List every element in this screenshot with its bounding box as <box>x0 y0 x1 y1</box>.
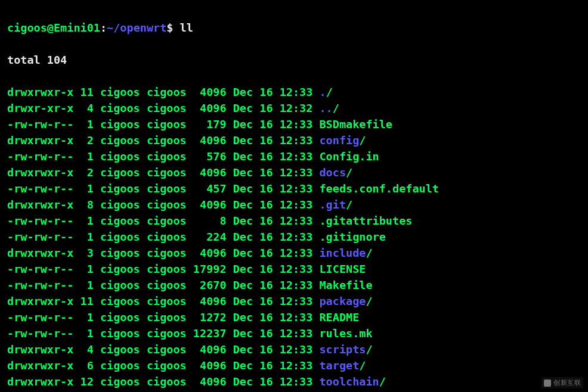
row-filename: Makefile <box>319 279 372 291</box>
row-filename: README <box>319 311 359 323</box>
row-meta: -rw-rw-r-- 1 cigoos cigoos 12237 Dec 16 … <box>7 327 319 340</box>
listing-row: drwxrwxr-x 57 cigoos cigoos 4096 Dec 16 … <box>7 390 582 392</box>
terminal[interactable]: cigoos@Emini01:~/openwrt$ ll total 104 d… <box>0 0 588 392</box>
prompt-line-1: cigoos@Emini01:~/openwrt$ ll <box>7 20 582 36</box>
row-meta: -rw-rw-r-- 1 cigoos cigoos 576 Dec 16 12… <box>7 150 319 163</box>
listing-row: -rw-rw-r-- 1 cigoos cigoos 2670 Dec 16 1… <box>7 277 582 293</box>
typed-command: ll <box>180 21 193 34</box>
listing-row: drwxrwxr-x 2 cigoos cigoos 4096 Dec 16 1… <box>7 132 582 148</box>
row-meta: -rw-rw-r-- 1 cigoos cigoos 179 Dec 16 12… <box>7 118 319 130</box>
row-meta: -rw-rw-r-- 1 cigoos cigoos 17992 Dec 16 … <box>7 263 319 275</box>
row-filename: .gitignore <box>319 231 385 243</box>
listing-row: drwxrwxr-x 2 cigoos cigoos 4096 Dec 16 1… <box>7 164 582 181</box>
row-filename: toolchain <box>319 375 379 388</box>
listing-row: -rw-rw-r-- 1 cigoos cigoos 179 Dec 16 12… <box>7 116 582 132</box>
row-suffix: / <box>366 247 372 259</box>
listing-row: drwxr-xr-x 4 cigoos cigoos 4096 Dec 16 1… <box>7 100 582 116</box>
row-suffix: / <box>326 86 333 98</box>
row-filename: rules.mk <box>319 327 372 340</box>
prompt-at: @ <box>47 21 54 34</box>
row-filename: .git <box>319 198 346 211</box>
listing-row: -rw-rw-r-- 1 cigoos cigoos 17992 Dec 16 … <box>7 261 582 277</box>
row-meta: drwxrwxr-x 11 cigoos cigoos 4096 Dec 16 … <box>7 295 319 307</box>
row-meta: -rw-rw-r-- 1 cigoos cigoos 224 Dec 16 12… <box>7 231 319 243</box>
listing-row: drwxrwxr-x 12 cigoos cigoos 4096 Dec 16 … <box>7 374 582 390</box>
row-meta: drwxrwxr-x 8 cigoos cigoos 4096 Dec 16 1… <box>7 198 319 211</box>
watermark-text: 创新互联 <box>553 378 581 387</box>
prompt-host: Emini01 <box>54 21 100 34</box>
listing-row: -rw-rw-r-- 1 cigoos cigoos 224 Dec 16 12… <box>7 229 582 245</box>
total-line: total 104 <box>7 52 582 68</box>
listing-row: drwxrwxr-x 11 cigoos cigoos 4096 Dec 16 … <box>7 293 582 309</box>
row-suffix: / <box>346 166 352 179</box>
row-meta: drwxrwxr-x 4 cigoos cigoos 4096 Dec 16 1… <box>7 343 319 356</box>
row-filename: . <box>319 86 326 98</box>
row-filename: target <box>319 359 359 372</box>
row-suffix: / <box>379 375 386 388</box>
listing-row: -rw-rw-r-- 1 cigoos cigoos 457 Dec 16 12… <box>7 181 582 197</box>
listing-row: drwxrwxr-x 4 cigoos cigoos 4096 Dec 16 1… <box>7 341 582 357</box>
row-filename: include <box>319 247 366 259</box>
row-meta: drwxrwxr-x 3 cigoos cigoos 4096 Dec 16 1… <box>7 247 319 259</box>
row-meta: drwxrwxr-x 6 cigoos cigoos 4096 Dec 16 1… <box>7 359 319 372</box>
listing-row: drwxrwxr-x 8 cigoos cigoos 4096 Dec 16 1… <box>7 197 582 213</box>
prompt-colon: : <box>100 21 107 34</box>
row-meta: -rw-rw-r-- 1 cigoos cigoos 1272 Dec 16 1… <box>7 311 319 323</box>
row-filename: package <box>319 295 366 307</box>
row-meta: drwxrwxr-x 2 cigoos cigoos 4096 Dec 16 1… <box>7 166 319 179</box>
prompt-path: ~/openwrt <box>107 21 166 34</box>
row-filename: BSDmakefile <box>319 118 392 130</box>
listing-row: drwxrwxr-x 11 cigoos cigoos 4096 Dec 16 … <box>7 84 582 100</box>
row-meta: drwxrwxr-x 12 cigoos cigoos 4096 Dec 16 … <box>7 375 319 388</box>
row-meta: -rw-rw-r-- 1 cigoos cigoos 8 Dec 16 12:3… <box>7 214 319 227</box>
row-suffix: / <box>366 295 372 307</box>
row-filename: config <box>319 134 359 147</box>
listing-row: -rw-rw-r-- 1 cigoos cigoos 8 Dec 16 12:3… <box>7 213 582 229</box>
row-suffix: / <box>359 134 366 147</box>
row-suffix: / <box>333 102 339 114</box>
row-filename: docs <box>319 166 346 179</box>
row-filename: feeds.conf.default <box>319 182 438 195</box>
listing-row: -rw-rw-r-- 1 cigoos cigoos 12237 Dec 16 … <box>7 325 582 341</box>
listing-row: drwxrwxr-x 3 cigoos cigoos 4096 Dec 16 1… <box>7 245 582 261</box>
row-meta: drwxrwxr-x 2 cigoos cigoos 4096 Dec 16 1… <box>7 134 319 147</box>
row-suffix: / <box>359 359 366 372</box>
row-filename: scripts <box>319 343 366 356</box>
watermark-icon <box>544 379 551 387</box>
row-suffix: / <box>366 343 372 356</box>
row-filename: LICENSE <box>319 263 366 275</box>
row-meta: -rw-rw-r-- 1 cigoos cigoos 457 Dec 16 12… <box>7 182 319 195</box>
file-listing: drwxrwxr-x 11 cigoos cigoos 4096 Dec 16 … <box>7 84 582 392</box>
row-meta: drwxrwxr-x 11 cigoos cigoos 4096 Dec 16 … <box>7 86 319 98</box>
row-meta: drwxr-xr-x 4 cigoos cigoos 4096 Dec 16 1… <box>7 102 319 114</box>
row-filename: Config.in <box>319 150 379 163</box>
listing-row: drwxrwxr-x 6 cigoos cigoos 4096 Dec 16 1… <box>7 357 582 374</box>
listing-row: -rw-rw-r-- 1 cigoos cigoos 1272 Dec 16 1… <box>7 309 582 325</box>
watermark: 创新互联 <box>541 377 583 388</box>
row-meta: -rw-rw-r-- 1 cigoos cigoos 2670 Dec 16 1… <box>7 279 319 291</box>
row-filename: .gitattributes <box>319 214 412 227</box>
listing-row: -rw-rw-r-- 1 cigoos cigoos 576 Dec 16 12… <box>7 148 582 164</box>
prompt-user: cigoos <box>7 21 47 34</box>
prompt-dollar: $ <box>166 21 180 34</box>
row-suffix: / <box>346 198 352 211</box>
row-filename: .. <box>319 102 332 114</box>
